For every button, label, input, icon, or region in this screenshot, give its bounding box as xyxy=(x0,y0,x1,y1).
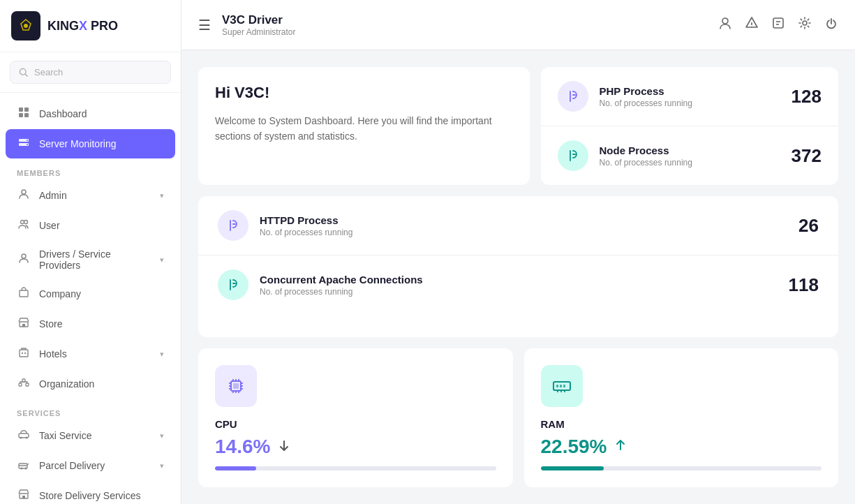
hamburger-button[interactable]: ☰ xyxy=(198,17,211,34)
notes-icon[interactable] xyxy=(771,16,785,34)
user-label: User xyxy=(39,220,60,231)
header-title-area: V3C Driver Super Administrator xyxy=(222,13,295,37)
sidebar-item-parcel[interactable]: Parcel Delivery ▾ xyxy=(6,451,175,480)
hotels-icon xyxy=(17,347,31,361)
sidebar-item-hotels[interactable]: Hotels ▾ xyxy=(6,339,175,369)
httpd-item: HTTPD Process No. of processes running 2… xyxy=(198,196,838,255)
search-box[interactable]: Search xyxy=(10,61,171,84)
ram-card: RAM 22.59% xyxy=(524,348,839,487)
welcome-card: Hi V3C! Welcome to System Dashboard. Her… xyxy=(198,67,530,185)
dashboard-icon xyxy=(17,107,31,121)
svg-point-2 xyxy=(24,24,28,28)
server-monitoring-label: Server Monitoring xyxy=(39,138,117,149)
httpd-sub: No. of processes running xyxy=(260,228,787,237)
svg-point-16 xyxy=(22,254,26,258)
services-section-label: SERVICES xyxy=(0,399,181,420)
svg-rect-21 xyxy=(22,353,23,354)
node-process-item: Node Process No. of processes running 37… xyxy=(541,126,839,185)
taxi-icon xyxy=(17,429,31,443)
sidebar-item-admin[interactable]: Admin ▾ xyxy=(6,181,175,210)
sidebar-item-user[interactable]: User xyxy=(6,211,175,240)
php-info: PHP Process No. of processes running xyxy=(600,85,780,108)
main-content: ☰ V3C Driver Super Administrator xyxy=(181,0,855,504)
svg-rect-56 xyxy=(556,385,558,387)
svg-point-14 xyxy=(21,221,24,224)
process-card: PHP Process No. of processes running 128… xyxy=(541,67,839,185)
row-3: CPU 14.6% xyxy=(198,348,838,487)
apache-item: Concurrent Apache Connections No. of pro… xyxy=(198,255,838,314)
sidebar: KINGX PRO Search Dashboard Server Monito… xyxy=(0,0,181,504)
sidebar-item-store[interactable]: Store xyxy=(6,309,175,339)
node-process-icon xyxy=(558,140,588,171)
admin-arrow: ▾ xyxy=(160,191,164,200)
svg-rect-23 xyxy=(19,383,22,386)
svg-line-4 xyxy=(25,74,27,76)
svg-point-15 xyxy=(24,221,28,224)
svg-point-27 xyxy=(20,437,22,439)
svg-rect-5 xyxy=(19,108,23,112)
ram-value-row: 22.59% xyxy=(541,436,822,458)
sidebar-item-taxi[interactable]: Taxi Service ▾ xyxy=(6,421,175,450)
organization-label: Organization xyxy=(39,378,94,390)
user-profile-icon[interactable] xyxy=(718,16,732,34)
cpu-bar-fill xyxy=(215,466,256,470)
apache-sub: No. of processes running xyxy=(260,287,778,297)
node-info: Node Process No. of processes running xyxy=(600,144,780,168)
ram-label: RAM xyxy=(541,418,822,430)
node-sub: No. of processes running xyxy=(600,158,780,168)
power-icon[interactable] xyxy=(824,16,838,34)
sidebar-item-drivers[interactable]: Drivers / Service Providers ▾ xyxy=(6,241,175,279)
header: ☰ V3C Driver Super Administrator xyxy=(181,0,855,50)
svg-rect-57 xyxy=(560,385,562,387)
apache-name: Concurrent Apache Connections xyxy=(260,274,778,286)
svg-point-34 xyxy=(722,18,728,24)
svg-rect-17 xyxy=(20,290,28,297)
welcome-message: Welcome to System Dashboard. Here you wi… xyxy=(215,113,513,144)
company-label: Company xyxy=(39,288,81,299)
php-name: PHP Process xyxy=(600,85,780,97)
settings-icon[interactable] xyxy=(798,16,812,34)
node-name: Node Process xyxy=(600,144,780,156)
apache-count: 118 xyxy=(789,274,819,296)
apache-icon xyxy=(218,269,248,300)
httpd-info: HTTPD Process No. of processes running xyxy=(260,214,787,237)
user-icon xyxy=(17,218,31,232)
dashboard-label: Dashboard xyxy=(39,108,87,119)
apache-info: Concurrent Apache Connections No. of pro… xyxy=(260,274,778,297)
svg-rect-19 xyxy=(22,324,25,327)
svg-point-36 xyxy=(751,27,752,28)
parcel-arrow: ▾ xyxy=(160,461,164,470)
search-icon xyxy=(19,68,29,77)
logo-text: KINGX PRO xyxy=(47,19,118,34)
sidebar-item-server-monitoring[interactable]: Server Monitoring xyxy=(6,129,175,158)
sidebar-item-dashboard[interactable]: Dashboard xyxy=(6,99,175,128)
httpd-count: 26 xyxy=(798,215,819,237)
php-count: 128 xyxy=(791,86,821,108)
alert-icon[interactable] xyxy=(745,16,759,34)
svg-point-12 xyxy=(27,144,28,145)
svg-point-31 xyxy=(25,468,27,470)
header-left: ☰ V3C Driver Super Administrator xyxy=(198,13,295,37)
sidebar-item-company[interactable]: Company xyxy=(6,279,175,309)
sidebar-item-organization[interactable]: Organization xyxy=(6,369,175,399)
svg-rect-58 xyxy=(563,385,565,387)
cpu-icon-wrap xyxy=(215,365,257,407)
sidebar-item-store-delivery[interactable]: Store Delivery Services xyxy=(6,481,175,504)
svg-rect-42 xyxy=(233,383,239,389)
store-label: Store xyxy=(39,318,62,329)
store-delivery-icon xyxy=(17,489,31,503)
header-title: V3C Driver xyxy=(222,13,295,27)
page-content: Hi V3C! Welcome to System Dashboard. Her… xyxy=(181,50,855,504)
cpu-value-row: 14.6% xyxy=(215,436,496,458)
header-icons xyxy=(718,16,838,34)
logo-area: KINGX PRO xyxy=(0,0,181,52)
hotels-arrow: ▾ xyxy=(160,350,164,359)
svg-point-30 xyxy=(21,468,23,470)
cpu-icon xyxy=(225,376,246,396)
drivers-arrow: ▾ xyxy=(160,255,164,265)
svg-rect-6 xyxy=(24,108,29,112)
svg-rect-8 xyxy=(24,113,29,117)
php-process-icon xyxy=(558,81,588,112)
admin-icon xyxy=(17,188,31,202)
svg-rect-33 xyxy=(22,496,25,498)
